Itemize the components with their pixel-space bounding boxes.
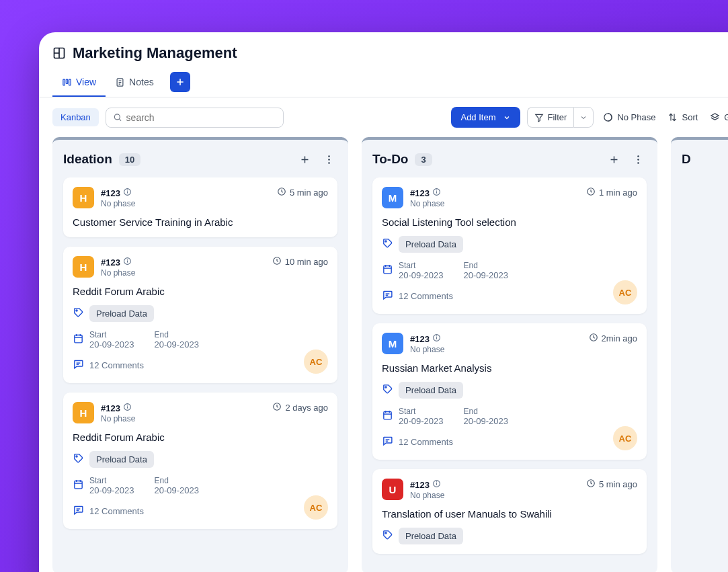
kanban-card[interactable]: H#123No phase5 min agoCustomer Service T…	[63, 177, 337, 237]
clock-icon	[272, 402, 282, 413]
card-title: Reddit Forum Arabic	[73, 432, 328, 443]
column-header: To-Do3	[372, 151, 647, 168]
kanban-column: D	[671, 137, 728, 572]
no-phase-button[interactable]: No Phase	[600, 108, 658, 126]
card-comments[interactable]: 12 Comments	[73, 358, 144, 372]
sort-button[interactable]: Sort	[665, 108, 700, 126]
calendar-icon	[73, 479, 84, 493]
tab-view-label: View	[76, 77, 96, 87]
clock-icon	[589, 333, 598, 344]
tag-icon	[73, 307, 84, 321]
app-window: Marketing Management View Notes Kanban A…	[39, 32, 728, 572]
card-title: Social Listening Tool selection	[382, 216, 637, 228]
search-icon	[113, 112, 122, 122]
kanban-card[interactable]: U#123No phase5 min agoTranslation of use…	[372, 469, 647, 554]
svg-point-41	[76, 456, 77, 457]
svg-point-21	[328, 162, 330, 164]
filter-icon	[534, 113, 544, 122]
card-id: #123	[101, 188, 120, 198]
layers-icon	[710, 112, 720, 122]
card-phase: No phase	[410, 345, 444, 354]
card-time: 2min ago	[589, 333, 637, 344]
card-title: Russian Market Analysis	[382, 362, 637, 374]
no-phase-label: No Phase	[617, 112, 655, 122]
card-time: 5 min ago	[277, 187, 328, 198]
column-add-button[interactable]	[296, 151, 313, 168]
column-count: 3	[415, 153, 432, 166]
svg-line-13	[119, 119, 121, 121]
page-title: Marketing Management	[73, 44, 237, 62]
card-id: #123	[410, 480, 430, 490]
view-mode-pill[interactable]: Kanban	[52, 108, 99, 126]
notes-icon	[115, 77, 125, 87]
assignee-badge[interactable]: AC	[613, 426, 637, 450]
column-more-button[interactable]	[629, 151, 647, 168]
card-avatar: H	[73, 402, 94, 423]
card-comments[interactable]: 12 Comments	[73, 504, 144, 518]
card-comments[interactable]: 12 Comments	[382, 435, 453, 448]
group-button[interactable]: Gro	[707, 108, 728, 126]
tab-view[interactable]: View	[52, 71, 106, 97]
start-label: Start	[399, 407, 444, 416]
kanban-card[interactable]: H#123No phase2 days agoReddit Forum Arab…	[63, 393, 337, 529]
add-item-label: Add Item	[460, 112, 495, 122]
assignee-badge[interactable]: AC	[304, 495, 328, 520]
column-title: D	[682, 152, 691, 167]
add-tab-button[interactable]	[170, 72, 190, 92]
tag-icon	[382, 529, 393, 543]
search-input[interactable]	[126, 112, 276, 123]
assignee-badge[interactable]: AC	[613, 280, 637, 304]
kanban-card[interactable]: M#123No phase1 min agoSocial Listening T…	[372, 177, 647, 314]
svg-rect-3	[63, 79, 65, 85]
kanban-card[interactable]: H#123No phase10 min agoReddit Forum Arab…	[63, 247, 337, 383]
card-avatar: H	[73, 187, 94, 208]
search-box[interactable]	[106, 108, 284, 128]
add-item-button[interactable]: Add Item	[451, 107, 520, 128]
card-time: 10 min ago	[272, 256, 328, 268]
tab-notes[interactable]: Notes	[106, 71, 163, 97]
tag-icon	[382, 237, 393, 251]
column-add-button[interactable]	[605, 151, 622, 168]
sort-icon	[668, 112, 678, 122]
header: Marketing Management	[39, 32, 728, 62]
end-date: 20-09-2023	[155, 485, 200, 495]
svg-point-68	[385, 386, 387, 388]
board-icon	[52, 46, 66, 60]
svg-point-77	[436, 482, 437, 483]
svg-rect-42	[75, 481, 82, 489]
svg-rect-4	[66, 79, 68, 83]
card-avatar: U	[382, 479, 403, 500]
end-date: 20-09-2023	[155, 339, 200, 350]
filter-button[interactable]: Filter	[527, 107, 574, 128]
svg-point-51	[637, 159, 639, 161]
svg-point-28	[127, 259, 128, 260]
comment-icon	[382, 289, 393, 302]
card-tag: Preload Data	[89, 305, 154, 322]
column-header: D	[682, 151, 728, 168]
start-label: Start	[89, 476, 134, 485]
filter-dropdown-button[interactable]	[573, 107, 594, 128]
kanban-card[interactable]: M#123No phase2min agoRussian Market Anal…	[372, 323, 647, 460]
chevron-down-icon	[503, 114, 511, 122]
svg-point-24	[127, 190, 128, 191]
info-icon	[432, 479, 441, 491]
card-time: 5 min ago	[586, 479, 637, 490]
card-title: Reddit Forum Arabic	[73, 286, 328, 297]
end-label: End	[464, 407, 509, 416]
card-comments[interactable]: 12 Comments	[382, 289, 453, 302]
calendar-icon	[382, 409, 393, 423]
svg-rect-5	[69, 79, 71, 85]
card-tag: Preload Data	[89, 451, 154, 468]
card-id: #123	[101, 257, 120, 268]
chevron-down-icon	[579, 114, 588, 122]
card-tag: Preload Data	[399, 236, 463, 253]
svg-point-79	[385, 532, 387, 534]
card-id: #123	[410, 188, 430, 198]
svg-rect-69	[384, 412, 391, 419]
assignee-badge[interactable]: AC	[304, 350, 328, 374]
info-icon	[432, 333, 441, 345]
tabs: View Notes	[39, 62, 728, 97]
end-label: End	[464, 261, 509, 270]
column-more-button[interactable]	[320, 151, 337, 168]
svg-point-52	[637, 162, 639, 164]
